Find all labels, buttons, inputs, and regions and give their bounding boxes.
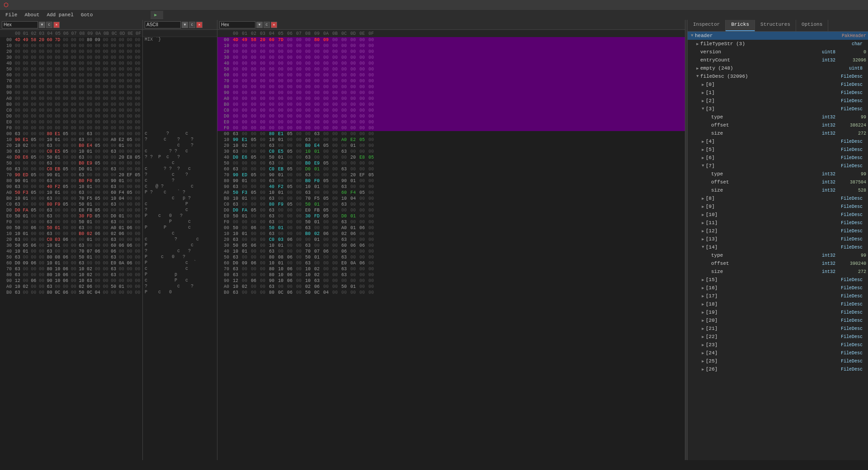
hex-byte[interactable]: 00 (294, 49, 303, 54)
hex-byte[interactable]: 90 (14, 173, 22, 178)
hex-byte[interactable]: 00 (133, 90, 142, 95)
hex-byte[interactable]: 00 (22, 61, 30, 66)
hex-byte[interactable]: 00 (126, 249, 134, 254)
hex-byte[interactable]: 00 (61, 85, 70, 89)
hex-byte[interactable]: 63 (78, 261, 86, 266)
hex-byte[interactable]: 00 (285, 261, 294, 266)
hex-byte[interactable]: 00 (303, 108, 312, 113)
hex-byte[interactable]: 00 (367, 243, 376, 248)
hex-byte[interactable]: 00 (38, 120, 46, 125)
hex-byte[interactable]: 00 (38, 114, 46, 119)
hex-byte[interactable]: 50 (78, 202, 86, 207)
hex-byte[interactable]: E1 (22, 137, 30, 142)
hex-byte[interactable]: 63 (78, 137, 86, 142)
hex-byte[interactable]: 00 (258, 90, 267, 95)
hex-byte[interactable]: 00 (231, 114, 240, 119)
hex-byte[interactable]: 00 (367, 102, 376, 107)
hex-byte[interactable]: 00 (133, 184, 142, 189)
hex-byte[interactable]: 00 (53, 208, 61, 213)
hex-byte[interactable]: 00 (312, 61, 321, 66)
hex-byte[interactable]: 00 (118, 73, 126, 78)
hex-byte[interactable]: 00 (240, 278, 249, 283)
tree-row[interactable]: ▼[7]FileDesc (688, 162, 868, 170)
hex-byte[interactable]: 00 (133, 137, 142, 142)
hex-byte[interactable]: 63 (109, 220, 118, 225)
hex-byte[interactable]: 00 (102, 267, 110, 272)
hex-byte[interactable]: 00 (258, 220, 267, 225)
hex-byte[interactable]: 00 (340, 155, 349, 160)
hex-byte[interactable]: 70 (78, 196, 86, 201)
hex-byte[interactable]: 00 (258, 149, 267, 154)
hex-byte[interactable]: 00 (249, 114, 258, 119)
hex-byte[interactable]: F9 (276, 202, 285, 207)
hex-byte[interactable]: 63 (46, 249, 54, 254)
hex-byte[interactable]: 00 (118, 290, 126, 295)
hex-byte[interactable]: E4 (312, 143, 321, 148)
hex-byte[interactable]: 00 (294, 284, 303, 289)
hex-byte[interactable]: 00 (53, 90, 61, 95)
hex-byte[interactable]: 00 (29, 149, 38, 154)
hex-byte[interactable]: 80 (267, 255, 276, 260)
hex-byte[interactable]: 00 (38, 214, 46, 219)
tree-expand-icon[interactable]: ▶ (700, 367, 706, 372)
hex-byte[interactable]: 06 (285, 273, 294, 277)
hex-byte[interactable]: 00 (118, 249, 126, 254)
hex-byte[interactable]: 00 (78, 55, 86, 60)
hex-byte[interactable]: 00 (85, 55, 94, 60)
hex-byte[interactable]: 00 (94, 73, 102, 78)
hex-byte[interactable]: 63 (78, 243, 86, 248)
hex-byte[interactable]: 00 (126, 120, 134, 125)
hex-byte[interactable]: 00 (38, 173, 46, 178)
tree-row[interactable]: ▶fileTypeStr (3)char (688, 40, 868, 48)
hex-byte[interactable]: 00 (321, 202, 330, 207)
hex-byte[interactable]: 00 (321, 49, 330, 54)
hex-byte[interactable]: 01 (349, 226, 358, 230)
table-row[interactable]: B063000000800C0600500C040000000000 (0, 290, 142, 296)
hex-byte[interactable]: 00 (276, 196, 285, 201)
hex-byte[interactable]: 00 (14, 79, 22, 84)
hex-byte[interactable]: 0C (85, 290, 94, 295)
hex-byte[interactable]: 00 (85, 114, 94, 119)
hex-byte[interactable]: 12 (14, 278, 22, 283)
hex-byte[interactable]: 00 (29, 196, 38, 201)
hex-byte[interactable]: 63 (78, 173, 86, 178)
table-row[interactable]: 3063000000C0E505001001000063000000 (217, 149, 685, 155)
hex-byte[interactable]: 00 (38, 167, 46, 172)
table-row[interactable]: 5063000000800806005001000063000000 (217, 254, 685, 260)
tree-expand-icon[interactable]: ▶ (700, 221, 706, 226)
hex-byte[interactable]: 00 (349, 267, 358, 272)
hex-byte[interactable]: 00 (53, 114, 61, 119)
hex-byte[interactable]: D0 (231, 208, 240, 213)
hex-byte[interactable]: 00 (312, 190, 321, 195)
panel3-input[interactable] (219, 21, 255, 28)
hex-byte[interactable]: 00 (321, 137, 330, 142)
hex-byte[interactable]: 00 (340, 143, 349, 148)
hex-byte[interactable]: 00 (294, 220, 303, 225)
hex-byte[interactable]: 00 (53, 96, 61, 101)
hex-byte[interactable]: 00 (240, 220, 249, 225)
hex-byte[interactable]: 60 (340, 243, 349, 248)
hex-byte[interactable]: 90 (46, 278, 54, 283)
hex-byte[interactable]: 00 (349, 96, 358, 101)
hex-byte[interactable]: 00 (249, 167, 258, 172)
hex-byte[interactable]: F3 (240, 190, 249, 195)
hex-byte[interactable]: 00 (276, 73, 285, 78)
hex-byte[interactable]: 00 (330, 278, 340, 283)
hex-byte[interactable]: 00 (85, 173, 94, 178)
hex-byte[interactable]: 00 (102, 231, 110, 236)
hex-byte[interactable]: 63 (46, 284, 54, 289)
hex-byte[interactable]: 09 (321, 38, 330, 42)
hex-byte[interactable]: 00 (258, 214, 267, 219)
list-item[interactable]: ? c ? (145, 249, 215, 254)
hex-byte[interactable]: 00 (126, 73, 134, 78)
hex-byte[interactable]: 00 (29, 167, 38, 172)
hex-byte[interactable]: 63 (340, 220, 349, 225)
hex-byte[interactable]: 00 (267, 49, 276, 54)
hex-byte[interactable]: 00 (330, 196, 340, 201)
hex-byte[interactable]: 00 (118, 255, 126, 260)
hex-byte[interactable]: 63 (46, 214, 54, 219)
hex-byte[interactable]: 00 (231, 49, 240, 54)
hex-byte[interactable]: 00 (231, 108, 240, 113)
hex-byte[interactable]: 00 (46, 43, 54, 48)
hex-byte[interactable]: 00 (133, 267, 142, 272)
